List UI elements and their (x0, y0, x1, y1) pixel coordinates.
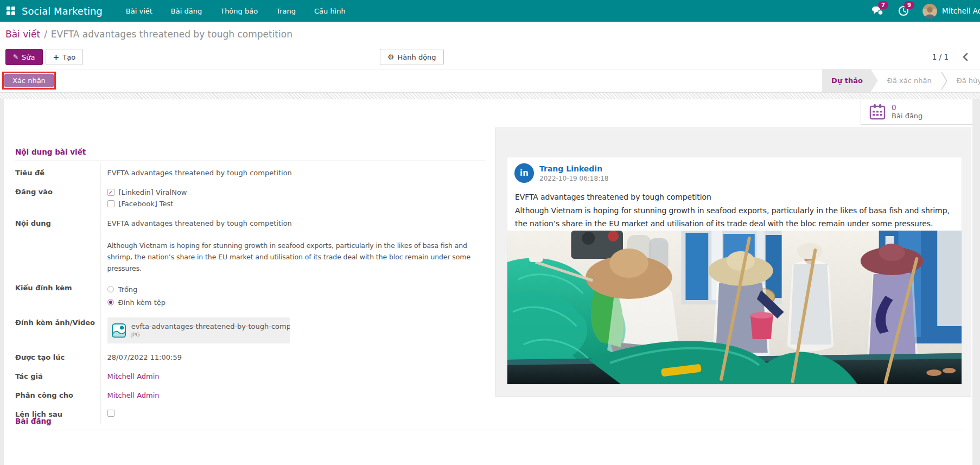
menu-item-thong-bao[interactable]: Thông báo (211, 0, 267, 22)
created-value: 28/07/2022 11:00:59 (100, 348, 486, 367)
step-separator-icon (941, 69, 947, 92)
confirm-button[interactable]: Xác nhận (4, 74, 54, 87)
create-button[interactable]: + Tạo (46, 49, 84, 65)
menu-item-trang[interactable]: Trang (267, 0, 305, 22)
action-menu-button[interactable]: ⚙ Hành động (380, 49, 444, 65)
posts-stat-button[interactable]: 0 Bài đăng (861, 99, 972, 125)
field-row-author: Tác giả Mitchell Admin (15, 367, 486, 386)
assigned-link[interactable]: Mitchell Admin (107, 391, 160, 399)
systray: 7 9 Mitchell Admin (870, 0, 980, 22)
radio-empty[interactable] (107, 286, 114, 292)
calendar-icon (869, 104, 886, 120)
annotation-highlight: Xác nhận (2, 72, 56, 90)
field-row-message: Nội dung EVFTA advantages threatened by … (15, 214, 486, 278)
gear-icon: ⚙ (387, 53, 394, 61)
messages-badge: 7 (878, 1, 888, 9)
image-file-icon (112, 321, 126, 340)
post-content-section: Nội dung bài viết Tiêu đề EVFTA advantag… (15, 148, 486, 424)
fishing-boat-photo-illustration (507, 231, 962, 384)
section-title-content: Nội dung bài viết (15, 148, 486, 161)
field-row-title: Tiêu đề EVFTA advantages threatened by t… (15, 163, 486, 182)
menu-item-bai-dang[interactable]: Bài đăng (162, 0, 211, 22)
pencil-icon: ✎ (13, 53, 18, 61)
create-button-label: Tạo (62, 53, 75, 61)
sheet-left-margin (0, 99, 4, 465)
linkedin-page-name: Trang Linkedin (539, 164, 608, 174)
preview-text-line1: EVFTA advantages threatened by tough com… (515, 190, 954, 204)
user-photo-icon (922, 4, 937, 18)
posts-stat-label: Bài đăng (892, 112, 922, 120)
status-step-confirmed[interactable]: Đã xác nhận (878, 69, 941, 92)
field-row-attachment: Đính kèm ảnh/Video evfta-advantages-thre… (15, 313, 486, 348)
field-label: Phân công cho (15, 386, 100, 405)
breadcrumb-current: EVFTA advantages threatened by tough com… (51, 29, 292, 40)
radio-label: Trống (118, 284, 138, 295)
field-label: Đăng vào (15, 182, 100, 214)
statusbar-steps: Dự thảo Đã xác nhận Đã hủy (822, 69, 980, 92)
status-step-cancelled[interactable]: Đã hủy (947, 69, 980, 92)
radio-attach-file[interactable] (107, 299, 114, 305)
field-label: Kiểu đính kèm (15, 278, 100, 313)
stat-button-row: 0 Bài đăng (0, 99, 980, 125)
attachment-card[interactable]: evfta-advantages-threatened-by-tough-com… (107, 317, 290, 343)
breadcrumb: Bài viết / EVFTA advantages threatened b… (0, 22, 980, 47)
linkedin-post-preview: in Trang Linkedin 2022-10-19 06:18:18 EV… (507, 157, 962, 385)
sheet-right-margin (972, 99, 980, 465)
section-title-posts: Bài đăng (15, 417, 965, 430)
linkedin-preview-card: in Trang Linkedin 2022-10-19 06:18:18 EV… (495, 128, 971, 397)
main-menu: Bài viết Bài đăng Thông báo Trang Cấu hì… (117, 0, 355, 22)
field-label: Được tạo lúc (15, 348, 100, 367)
radio-label: Đính kèm tệp (118, 297, 166, 308)
checkbox-linkedin-viralnow[interactable]: ✓ (107, 189, 114, 196)
author-link[interactable]: Mitchell Admin (107, 372, 160, 380)
plus-icon: + (53, 53, 60, 61)
linkedin-post-timestamp: 2022-10-19 06:18:18 (539, 174, 608, 183)
checkbox-schedule-later[interactable] (107, 410, 114, 417)
statusbar: Xác nhận Dự thảo Đã xác nhận Đã hủy (0, 69, 980, 92)
post-photo (507, 231, 962, 384)
posts-count: 0 (892, 104, 922, 112)
edit-button[interactable]: ✎ Sửa (5, 49, 43, 65)
field-row-attachment-type: Kiểu đính kèm Trống Đính kèm tệp (15, 278, 486, 313)
apps-menu-button[interactable] (0, 0, 22, 22)
menu-item-bai-viet[interactable]: Bài viết (117, 0, 162, 22)
top-navbar: Social Marketing Bài viết Bài đăng Thông… (0, 0, 980, 22)
checkbox-label: [Facebook] Test (119, 199, 174, 209)
message-paragraph: Although Vietnam is hoping for stunning … (107, 240, 486, 274)
activities-button[interactable]: 9 (896, 4, 911, 18)
field-row-post-on: Đăng vào ✓ [Linkedin] ViralNow [Facebook… (15, 182, 486, 214)
field-row-assigned: Phân công cho Mitchell Admin (15, 386, 486, 405)
apps-grid-icon (7, 7, 15, 15)
app-title: Social Marketing (22, 5, 103, 17)
social-marketing-window: Social Marketing Bài viết Bài đăng Thông… (0, 0, 980, 465)
control-panel: ✎ Sửa + Tạo ⚙ Hành động 1 / 1 (0, 47, 980, 69)
action-button-label: Hành động (398, 53, 436, 61)
field-label: Tiêu đề (15, 163, 100, 182)
pager-value: 1 / 1 (932, 53, 949, 61)
breadcrumb-parent-link[interactable]: Bài viết (5, 29, 40, 40)
menu-item-cau-hinh[interactable]: Cấu hình (305, 0, 355, 22)
attachment-filename: evfta-advantages-threatened-by-tough-com… (131, 322, 290, 330)
preview-text-rest: Although Vietnam is hoping for stunning … (515, 204, 954, 231)
field-label: Đính kèm ảnh/Video (15, 313, 100, 348)
status-step-draft[interactable]: Dự thảo (822, 69, 878, 92)
user-avatar[interactable] (922, 4, 937, 18)
messages-button[interactable]: 7 (870, 4, 884, 18)
linkedin-avatar-icon: in (514, 163, 534, 183)
attachment-filetype: JPG (131, 330, 290, 339)
edit-button-label: Sửa (22, 53, 35, 61)
activities-badge: 9 (904, 1, 914, 9)
checkbox-facebook-test[interactable] (107, 200, 114, 207)
field-label: Nội dung (15, 214, 100, 278)
user-name[interactable]: Mitchell Admin (942, 7, 980, 15)
posts-section: Bài đăng (15, 417, 965, 430)
field-label: Tác giả (15, 367, 100, 386)
field-row-created: Được tạo lúc 28/07/2022 11:00:59 (15, 348, 486, 367)
breadcrumb-separator: / (44, 29, 47, 40)
checkbox-label: [Linkedin] ViralNow (119, 187, 187, 198)
pager: 1 / 1 (932, 49, 973, 65)
title-value: EVFTA advantages threatened by tough com… (100, 163, 486, 182)
message-line1: EVFTA advantages threatened by tough com… (107, 218, 486, 228)
pager-previous-icon[interactable] (963, 53, 968, 61)
sheet-top-hatch-divider (0, 92, 980, 99)
